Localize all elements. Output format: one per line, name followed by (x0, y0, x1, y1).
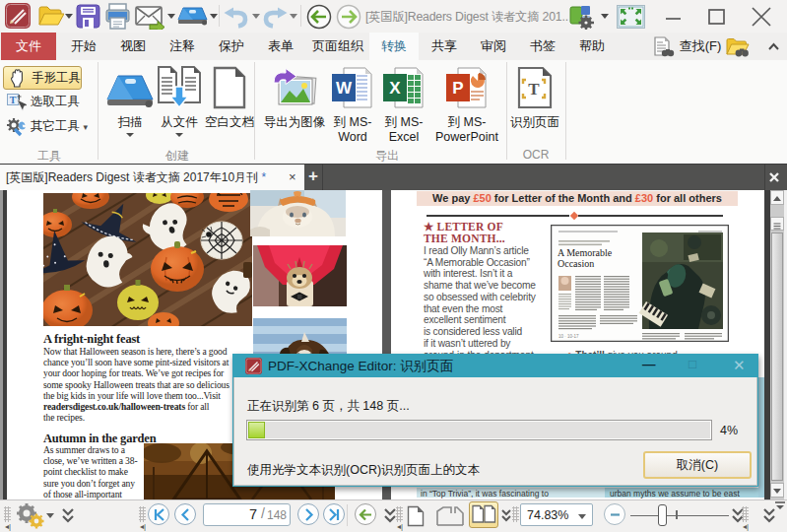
svg-text:A Memorable: A Memorable (557, 247, 613, 258)
svg-text:10 · 10-17: 10 · 10-17 (558, 334, 579, 339)
svg-text:X: X (389, 79, 401, 98)
svg-text:P: P (452, 79, 463, 98)
svg-text:Occasion: Occasion (557, 258, 594, 269)
svg-text:T: T (10, 95, 17, 105)
svg-text:T: T (528, 80, 540, 99)
svg-text:W: W (336, 79, 353, 98)
